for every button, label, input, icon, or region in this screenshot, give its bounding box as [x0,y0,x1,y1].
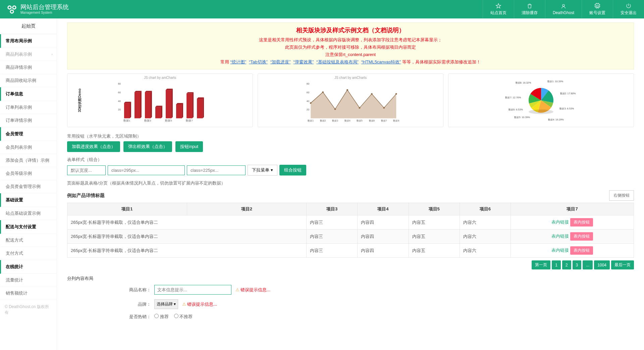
action-button[interactable]: 按钮input [175,141,203,152]
product-name-input[interactable] [154,285,231,295]
form-row: 下拉菜单 ▾ 组合按钮 [67,165,634,176]
page-button[interactable]: ... [583,260,593,269]
nav-item[interactable]: 会员列表示例 [0,141,57,154]
nav-item[interactable]: 支付方式 [0,247,57,260]
table-header: 项目6 [460,203,511,215]
notice-link[interactable]: “基础按钮及表格布局” [316,59,359,64]
svg-text:数据1: 10.39%: 数据1: 10.39% [547,80,563,83]
page-button[interactable]: 3 [573,260,582,269]
cell: 内容六 [460,215,511,230]
nav-section[interactable]: 在线统计 [0,260,57,274]
nav-section[interactable]: 会员管理 [0,127,57,141]
svg-point-52 [322,92,324,93]
header-nav: 站点首页清除缓存DeathGhost账号设置安全退出 [483,0,644,18]
svg-rect-14 [135,92,140,118]
table-button[interactable]: 表内按钮 [570,218,593,227]
page-button[interactable]: 1 [552,260,561,269]
notice-line1: 这里是相关常用性样式预设，具体根据内容版块调整，列表添加字段注意考虑笔记本屏幕显… [71,36,630,44]
radio-not-recommend[interactable]: 不推荐 [174,314,193,320]
start-page-tab[interactable]: 起始页 [0,18,57,34]
input-225px[interactable] [187,165,246,175]
nav-item[interactable]: 配送方式 [0,234,57,247]
nav-item[interactable]: 流量统计 [0,274,57,287]
copyright: © DeathGhost.cn 版权所有 [0,300,57,319]
svg-marker-16 [140,91,142,118]
sidebar: 起始页 常用布局示例商品列表示例›商品详情示例商品回收站示例订单信息订单列表示例… [0,18,57,329]
cell: 265px宽·长标题字符串截取，仅适合单内容二 [67,215,307,230]
action-button[interactable]: 弹出框效果（点击） [123,141,172,152]
nav-item[interactable]: 销售额统计 [0,287,57,300]
svg-rect-24 [166,90,171,118]
header-nav-gear[interactable]: 账号设置 [582,0,613,18]
page-button[interactable]: 最后一页 [611,260,634,269]
nav-item[interactable]: 商品详情示例 [0,61,57,74]
input-295px[interactable] [108,165,185,175]
notice-link[interactable]: “HTML5canvas特效” [361,59,401,64]
header-nav-star[interactable]: 站点首页 [483,0,514,18]
nav-item[interactable]: 添加会员（详情）示例 [0,154,57,167]
notice-link[interactable]: “弹窗效果” [293,59,314,64]
page-button[interactable]: 1004 [594,260,610,269]
chevron-right-icon: › [51,52,53,56]
notice-link[interactable]: “Tab切换” [249,59,268,64]
chevron-down-icon: ▾ [174,302,176,306]
cell: 内容四 [358,230,409,244]
svg-text:数据5: 数据5 [357,120,363,122]
brand-select[interactable]: 选择品牌 ▾ [154,299,178,309]
nav-section[interactable]: 常用布局示例 [0,34,57,48]
svg-text:40: 40 [307,100,310,103]
table-link[interactable]: 表内链接 [551,219,569,224]
svg-point-57 [383,107,385,109]
svg-text:数据5: 数据5 [165,119,172,122]
table-button[interactable]: 表内按钮 [570,232,593,241]
svg-marker-12 [130,102,131,118]
buttons-section-label: 常用按钮（水平块元素，无区域限制） [67,133,634,139]
combo-button[interactable]: 组合按钮 [279,165,306,176]
table-title-bar: 例如产品详情标题 右侧按钮 [67,190,634,201]
svg-marker-33 [192,92,194,118]
nav-item[interactable]: 商品列表示例› [0,48,57,61]
svg-text:数据7: 数据7 [186,119,193,122]
header-nav-user[interactable]: DeathGhost [545,0,582,18]
nav-item[interactable]: 会员资金管理示例 [0,180,57,193]
nav-section[interactable]: 配送与支付设置 [0,220,57,234]
svg-text:数据4: 数据4 [344,120,351,122]
brand-label: 品牌： [67,301,154,307]
action-button[interactable]: 加载进度效果（点击） [67,141,120,152]
nav-item[interactable]: 站点基础设置示例 [0,207,57,220]
svg-point-55 [359,107,361,109]
table-link[interactable]: 表内链接 [551,248,569,253]
header-nav-trash[interactable]: 清除缓存 [514,0,545,18]
notice-link[interactable]: “统计图” [230,59,247,64]
svg-marker-50 [311,90,396,118]
cell: 内容五 [409,215,460,230]
nav-section[interactable]: 基础设置 [0,193,57,207]
nav-item[interactable]: 会员等级示例 [0,167,57,180]
warning-icon: ⚠ [182,302,186,307]
notice-link[interactable]: “加载进度” [270,59,291,64]
cell: 内容三 [307,230,358,244]
star-icon [495,3,501,9]
svg-text:数据7: 数据7 [381,120,387,122]
nav-item[interactable]: 订单列表示例 [0,101,57,114]
input-default-width[interactable] [67,165,106,175]
nav-item[interactable]: 订单详情示例 [0,114,57,127]
right-side-button[interactable]: 右侧按钮 [609,190,634,201]
product-name-label: 商品名称： [67,287,154,293]
nav-section[interactable]: 订单信息 [0,87,57,101]
table-button[interactable]: 表内按钮 [570,246,593,255]
table-header: 项目2 [187,203,307,215]
cell-actions: 表内链接 表内按钮 [511,230,634,244]
svg-text:60: 60 [118,91,121,94]
page-button[interactable]: 第一页 [532,260,550,269]
table-link[interactable]: 表内链接 [551,234,569,239]
nav-item[interactable]: 商品回收站示例 [0,74,57,87]
page-button[interactable]: 2 [562,260,571,269]
dropdown-menu[interactable]: 下拉菜单 ▾ [248,165,277,176]
radio-recommend[interactable]: 推荐 [154,314,169,320]
svg-point-56 [371,93,373,95]
header-nav-power[interactable]: 安全退出 [613,0,644,18]
svg-rect-35 [197,99,203,118]
cell: 内容六 [460,244,511,258]
svg-rect-28 [176,104,182,118]
